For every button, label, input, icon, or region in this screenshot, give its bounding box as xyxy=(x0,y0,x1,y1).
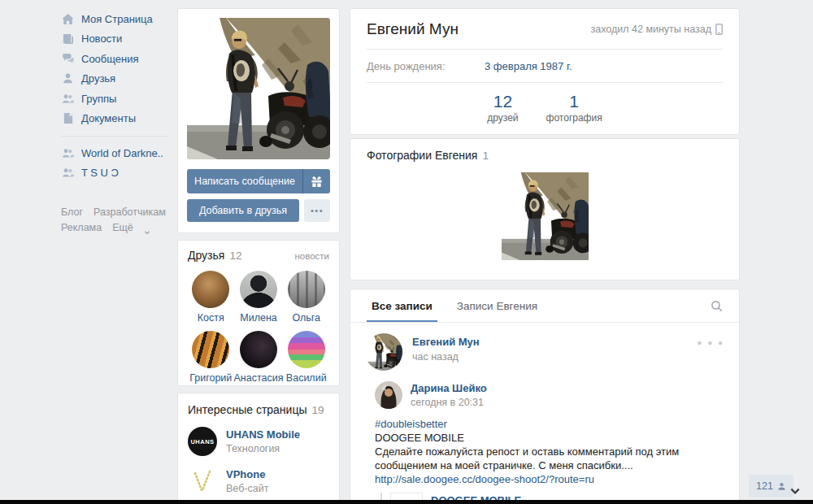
chevron-down-icon xyxy=(144,225,150,232)
vk-profile-page: Моя Страница Новости Сообщения Друзья Гр… xyxy=(0,0,813,504)
friend-item[interactable]: Анастасия xyxy=(234,331,284,384)
footer-link-developers[interactable]: Разработчикам xyxy=(93,205,166,220)
sidebar-item-label: Друзья xyxy=(81,72,115,85)
birthday-value[interactable]: 3 февраля 1987 г. xyxy=(485,60,572,72)
page-name[interactable]: UHANS Mobile xyxy=(226,428,300,441)
page-item-vphone[interactable]: VPhone Веб-сайт xyxy=(188,467,329,496)
counter-value: 12 xyxy=(487,92,518,111)
hashtag-link[interactable]: #doubleisbetter xyxy=(375,417,724,431)
sidebar-item-documents[interactable]: Документы xyxy=(61,109,168,129)
friend-name: Григорий xyxy=(188,372,234,384)
sidebar-item-community-2[interactable]: T S U Ɔ xyxy=(61,163,168,184)
sidebar-divider xyxy=(61,136,168,137)
profile-more-button[interactable]: ••• xyxy=(304,199,330,222)
person-icon xyxy=(777,482,786,491)
sidebar-item-news[interactable]: Новости xyxy=(61,29,168,50)
friend-item[interactable]: Милена xyxy=(234,271,284,324)
online-count: 121 xyxy=(756,480,773,492)
photos-count: 1 xyxy=(482,150,489,162)
sidebar-item-groups[interactable]: Группы xyxy=(61,89,168,109)
profile-counters: 12 друзей 1 фотография xyxy=(350,83,739,134)
counter-label: друзей xyxy=(487,112,518,124)
home-icon xyxy=(61,12,74,25)
repost-text: #doubleisbetter DOOGEE MOBILE Сделайте п… xyxy=(375,417,724,486)
sidebar-item-messages[interactable]: Сообщения xyxy=(61,49,168,69)
pages-title[interactable]: Интересные страницы xyxy=(188,403,307,416)
page-name[interactable]: VPhone xyxy=(226,468,268,480)
external-link[interactable]: http://sale.doogee.cc/doogee-shoot2/?rou… xyxy=(375,472,724,486)
footer-link-more[interactable]: Ещё xyxy=(112,220,133,236)
messages-icon xyxy=(61,52,74,65)
repost-author-link[interactable]: Дарина Шейко xyxy=(411,382,487,394)
scroll-down-chevron-icon[interactable] xyxy=(789,485,801,499)
repost-author-avatar[interactable] xyxy=(375,381,402,409)
profile-card: Написать сообщение Добавить в друзья ••• xyxy=(177,8,340,233)
profile-photo[interactable] xyxy=(187,18,330,159)
photos-box: Фотографии Евгения 1 xyxy=(350,138,740,280)
friend-name: Костя xyxy=(188,312,234,324)
sidebar-item-label: Сообщения xyxy=(81,53,139,65)
uhans-logo: UHANS xyxy=(188,427,217,456)
sidebar-item-label: T S U Ɔ xyxy=(81,167,119,179)
page-item-uhans[interactable]: UHANS UHANS Mobile Технология xyxy=(188,427,329,456)
friend-item[interactable]: Ольга xyxy=(283,271,329,324)
add-friend-button[interactable]: Добавить в друзья xyxy=(187,199,299,222)
avatar xyxy=(288,271,325,308)
page-title: Евгений Мун xyxy=(367,20,459,38)
interesting-pages-box: Интересные страницы 19 UHANS UHANS Mobil… xyxy=(177,393,340,504)
wall-post: Евгений Мун час назад ● ● ● Дарина Шейко… xyxy=(350,323,739,504)
wall-tabs: Все записи Записи Евгения xyxy=(350,289,739,323)
birthday-label: День рождения: xyxy=(367,60,485,72)
post-timestamp: час назад xyxy=(412,351,480,363)
sidebar-item-label: Документы xyxy=(81,112,136,124)
avatar xyxy=(240,331,277,368)
groups-icon xyxy=(61,167,74,180)
sidebar-item-label: World of Darkne.. xyxy=(81,147,163,159)
groups-icon xyxy=(61,92,74,105)
friend-name: Василий xyxy=(283,372,329,384)
tab-owner-posts[interactable]: Записи Евгения xyxy=(452,289,542,322)
footer-link-blog[interactable]: Блог xyxy=(61,205,83,220)
send-message-label: Написать сообщение xyxy=(187,169,302,193)
post-author-avatar[interactable] xyxy=(365,333,402,371)
profile-info-card: Евгений Мун заходил 42 минуты назад День… xyxy=(350,8,740,135)
repost-text-line: DOOGEE MOBILE xyxy=(375,431,724,445)
friends-news-link[interactable]: новости xyxy=(294,251,329,261)
online-friends-badge[interactable]: 121 xyxy=(749,475,793,497)
footer-link-ads[interactable]: Реклама xyxy=(61,220,102,236)
pages-count: 19 xyxy=(312,404,324,416)
avatar xyxy=(240,271,277,308)
sidebar-item-friends[interactable]: Друзья xyxy=(61,69,168,89)
sidebar-item-my-page[interactable]: Моя Страница xyxy=(61,9,168,29)
page-category: Технология xyxy=(226,443,300,454)
gift-icon[interactable] xyxy=(302,169,330,193)
friend-name: Ольга xyxy=(283,312,329,324)
bottom-black-bar xyxy=(0,500,813,504)
send-message-button[interactable]: Написать сообщение xyxy=(187,169,330,193)
sidebar-item-community-1[interactable]: World of Darkne.. xyxy=(61,143,168,163)
friend-item[interactable]: Василий xyxy=(283,331,329,384)
page-category: Веб-сайт xyxy=(226,483,268,494)
avatar xyxy=(192,271,229,308)
mobile-icon xyxy=(715,24,723,35)
post-author-link[interactable]: Евгений Мун xyxy=(412,336,480,348)
friends-counter[interactable]: 12 друзей xyxy=(487,92,518,124)
sidebar-item-label: Группы xyxy=(81,93,116,105)
avatar xyxy=(288,331,325,368)
photo-thumbnail[interactable] xyxy=(502,172,589,260)
counter-label: фотография xyxy=(546,112,602,124)
repost-text-body: Сделайте пожалуйста репост и оставь комм… xyxy=(375,445,724,472)
tab-all-posts[interactable]: Все записи xyxy=(367,289,437,322)
documents-icon xyxy=(61,112,74,125)
friends-title[interactable]: Друзья xyxy=(188,249,224,262)
post-menu-button[interactable]: ● ● ● xyxy=(697,333,724,371)
wall-search-icon[interactable] xyxy=(711,300,723,312)
photos-counter[interactable]: 1 фотография xyxy=(546,92,602,124)
sidebar-item-label: Новости xyxy=(81,33,122,45)
counter-value: 1 xyxy=(546,92,602,111)
friend-item[interactable]: Григорий xyxy=(188,331,234,384)
repost-block: Дарина Шейко сегодня в 20:31 #doubleisbe… xyxy=(375,381,724,504)
vphone-logo xyxy=(188,467,217,496)
friend-item[interactable]: Костя xyxy=(188,271,234,324)
photos-title[interactable]: Фотографии Евгения xyxy=(367,149,477,162)
